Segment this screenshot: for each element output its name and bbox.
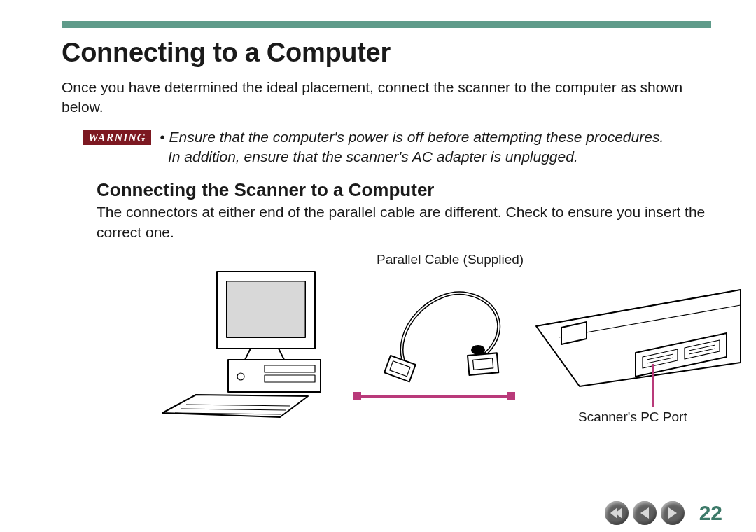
warning-line-2: In addition, ensure that the scanner's A… [168, 148, 578, 164]
double-chevron-left-icon [610, 507, 623, 519]
connector-endpoint-right [507, 392, 515, 400]
svg-rect-4 [265, 365, 315, 372]
warning-line-1: Ensure that the computer's power is off … [169, 129, 664, 145]
page-title: Connecting to a Computer [62, 38, 711, 68]
warning-text: • Ensure that the computer's power is of… [160, 127, 664, 167]
page-number: 22 [692, 501, 722, 525]
port-label: Scanner's PC Port [578, 410, 687, 425]
nav-first-button[interactable] [605, 501, 629, 525]
warning-label: WARNING [83, 130, 151, 145]
page-footer-nav: 22 [605, 501, 722, 525]
chevron-left-icon [640, 507, 649, 519]
svg-rect-5 [265, 375, 315, 382]
connector-line [357, 395, 511, 398]
manual-page: Connecting to a Computer Once you have d… [0, 0, 756, 532]
section-subheading: Connecting the Scanner to a Computer [97, 179, 711, 201]
section-body: The connectors at either end of the para… [97, 202, 711, 242]
header-rule [62, 21, 711, 28]
scanner-illustration [531, 286, 741, 398]
warning-bullet: • [160, 129, 164, 145]
svg-point-6 [237, 373, 244, 380]
intro-paragraph: Once you have determined the ideal place… [62, 78, 711, 118]
cable-illustration [370, 273, 517, 385]
warning-block: WARNING • Ensure that the computer's pow… [83, 127, 711, 167]
port-pointer-line [652, 364, 654, 407]
connection-figure: Parallel Cable (Supplied) Scanner's PC P… [118, 252, 711, 441]
nav-prev-button[interactable] [633, 501, 657, 525]
svg-rect-2 [227, 281, 305, 337]
svg-rect-14 [473, 358, 493, 370]
svg-point-10 [471, 345, 485, 355]
chevron-right-icon [668, 507, 677, 519]
nav-next-button[interactable] [661, 501, 685, 525]
cable-label: Parallel Cable (Supplied) [377, 252, 524, 267]
computer-illustration [160, 266, 335, 427]
